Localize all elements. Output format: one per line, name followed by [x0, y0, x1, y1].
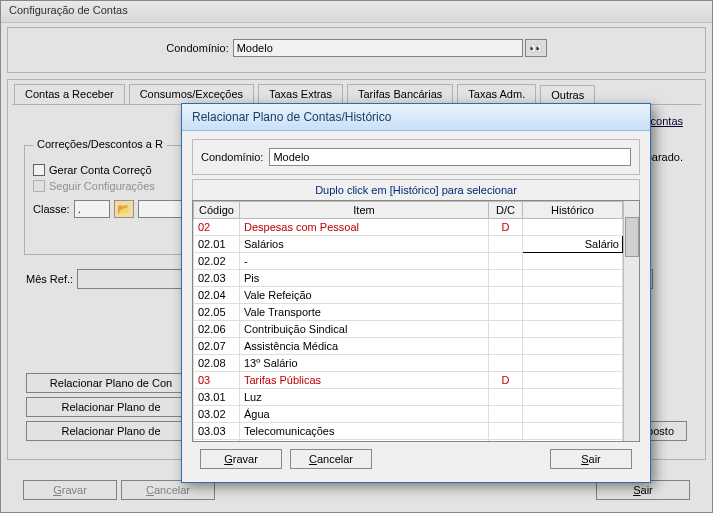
modal-hint: Duplo click em [Histórico] para selecion…: [192, 179, 640, 200]
cell-dc: [489, 253, 523, 270]
cell-dc: [489, 355, 523, 372]
cell-codigo: 03.04: [194, 440, 240, 443]
cell-codigo: 02: [194, 219, 240, 236]
modal-sair-button[interactable]: Sair: [550, 449, 632, 469]
table-row[interactable]: 02.07Assistência Médica: [194, 338, 623, 355]
cell-codigo: 02.07: [194, 338, 240, 355]
cell-item: Assistência Médica: [240, 338, 489, 355]
cell-item: Vale Refeição: [240, 287, 489, 304]
cell-item: Telecomunicações: [240, 423, 489, 440]
modal-condo-label: Condomínio:: [201, 151, 263, 163]
cell-historico[interactable]: [523, 372, 623, 389]
table-row[interactable]: 03.02Água: [194, 406, 623, 423]
cell-item: 13º Salário: [240, 355, 489, 372]
cell-dc: [489, 304, 523, 321]
cell-item: Salários: [240, 236, 489, 253]
cell-historico[interactable]: [523, 304, 623, 321]
cell-dc: [489, 389, 523, 406]
cell-dc: [489, 287, 523, 304]
cell-codigo: 02.03: [194, 270, 240, 287]
cell-dc: D: [489, 219, 523, 236]
cell-codigo: 03: [194, 372, 240, 389]
cell-item: Contribuição Sindical: [240, 321, 489, 338]
modal-cancelar-button[interactable]: Cancelar: [290, 449, 372, 469]
cell-historico[interactable]: [523, 423, 623, 440]
col-item[interactable]: Item: [240, 202, 489, 219]
modal-condo-panel: Condomínio:: [192, 139, 640, 175]
cell-dc: [489, 406, 523, 423]
table-row[interactable]: 02Despesas com PessoalD: [194, 219, 623, 236]
grid-scrollbar[interactable]: [623, 201, 639, 441]
table-row[interactable]: 03.03Telecomunicações: [194, 423, 623, 440]
col-historico[interactable]: Histórico: [523, 202, 623, 219]
cell-codigo: 02.02: [194, 253, 240, 270]
cell-item: -: [240, 253, 489, 270]
table-row[interactable]: 03.01Luz: [194, 389, 623, 406]
cell-codigo: 02.05: [194, 304, 240, 321]
cell-historico[interactable]: [523, 270, 623, 287]
table-row[interactable]: 03.04Gás: [194, 440, 623, 443]
col-codigo[interactable]: Código: [194, 202, 240, 219]
cell-historico[interactable]: [523, 440, 623, 443]
cell-item: Água: [240, 406, 489, 423]
modal-title: Relacionar Plano de Contas/Histórico: [182, 104, 650, 131]
cell-item: Tarifas Públicas: [240, 372, 489, 389]
cell-dc: D: [489, 372, 523, 389]
table-row[interactable]: 02.0813º Salário: [194, 355, 623, 372]
table-row[interactable]: 02.03Pis: [194, 270, 623, 287]
cell-historico[interactable]: [523, 389, 623, 406]
modal-relacionar: Relacionar Plano de Contas/Histórico Con…: [181, 103, 651, 483]
cell-dc: [489, 423, 523, 440]
table-row[interactable]: 03Tarifas PúblicasD: [194, 372, 623, 389]
accounts-grid[interactable]: Código Item D/C Histórico 02Despesas com…: [193, 201, 623, 442]
cell-historico[interactable]: [523, 338, 623, 355]
table-row[interactable]: 02.04Vale Refeição: [194, 287, 623, 304]
cell-item: Gás: [240, 440, 489, 443]
cell-codigo: 03.03: [194, 423, 240, 440]
cell-historico[interactable]: [523, 287, 623, 304]
col-dc[interactable]: D/C: [489, 202, 523, 219]
cell-item: Despesas com Pessoal: [240, 219, 489, 236]
table-row[interactable]: 02.05Vale Transporte: [194, 304, 623, 321]
cell-codigo: 02.04: [194, 287, 240, 304]
cell-item: Pis: [240, 270, 489, 287]
main-window: Configuração de Contas Condomínio: 👀 Con…: [0, 0, 713, 513]
scroll-thumb[interactable]: [625, 217, 639, 257]
modal-body: Condomínio: Duplo click em [Histórico] p…: [182, 131, 650, 475]
cell-dc: [489, 270, 523, 287]
cell-historico[interactable]: Salário: [523, 236, 623, 253]
cell-historico[interactable]: [523, 219, 623, 236]
modal-condo-input[interactable]: [269, 148, 631, 166]
cell-historico[interactable]: [523, 406, 623, 423]
cell-historico[interactable]: [523, 321, 623, 338]
cell-codigo: 03.02: [194, 406, 240, 423]
table-row[interactable]: 02.01SaláriosSalário: [194, 236, 623, 253]
cell-codigo: 02.06: [194, 321, 240, 338]
cell-codigo: 02.08: [194, 355, 240, 372]
cell-historico[interactable]: [523, 355, 623, 372]
table-row[interactable]: 02.06Contribuição Sindical: [194, 321, 623, 338]
cell-codigo: 02.01: [194, 236, 240, 253]
modal-gravar-button[interactable]: Gravar: [200, 449, 282, 469]
table-row[interactable]: 02.02-: [194, 253, 623, 270]
cell-dc: [489, 440, 523, 443]
cell-item: Vale Transporte: [240, 304, 489, 321]
cell-dc: [489, 338, 523, 355]
cell-historico[interactable]: [523, 253, 623, 270]
grid-wrap: Código Item D/C Histórico 02Despesas com…: [192, 200, 640, 442]
cell-item: Luz: [240, 389, 489, 406]
cell-dc: [489, 236, 523, 253]
modal-footer: Gravar Cancelar Sair: [192, 442, 640, 469]
cell-codigo: 03.01: [194, 389, 240, 406]
cell-dc: [489, 321, 523, 338]
